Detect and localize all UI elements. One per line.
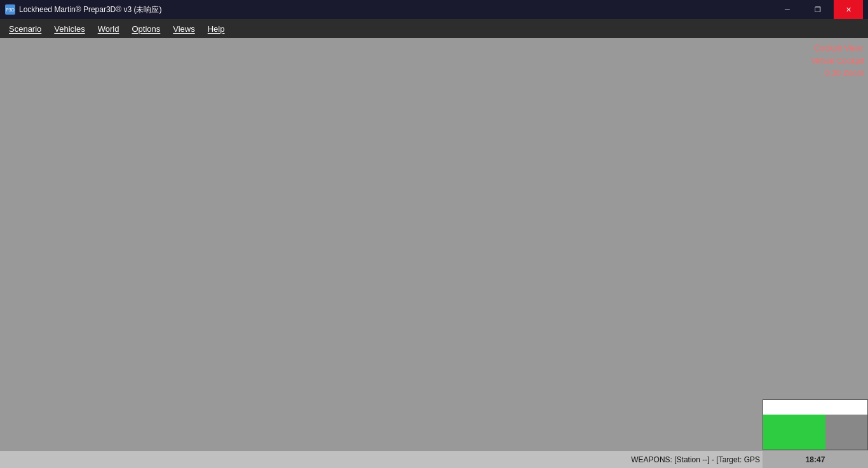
titlebar: P3D Lockheed Martin® Prepar3D® v3 (未响应) … bbox=[0, 0, 868, 19]
minimize-button[interactable]: ─ bbox=[773, 0, 802, 19]
menu-item-views[interactable]: Views bbox=[166, 22, 201, 36]
close-button[interactable]: ✕ bbox=[834, 0, 863, 19]
restore-button[interactable]: ❐ bbox=[803, 0, 832, 19]
app-icon: P3D bbox=[5, 4, 15, 15]
app-icon-label: P3D bbox=[6, 8, 15, 12]
overlay-line3: 0.30 Zoom bbox=[811, 67, 864, 79]
menu-item-scenario[interactable]: Scenario bbox=[3, 22, 48, 36]
time-display: 18:47 bbox=[806, 455, 825, 464]
minimap-terrain-green bbox=[763, 415, 827, 450]
overlay-info: Cockpit View: Virtual Cockpit 0.30 Zoom bbox=[811, 42, 864, 79]
titlebar-controls: ─ ❐ ✕ bbox=[773, 0, 863, 19]
menu-item-options[interactable]: Options bbox=[125, 22, 166, 36]
overlay-line1: Cockpit View: bbox=[811, 42, 864, 55]
menubar: Scenario Vehicles World Options Views He… bbox=[0, 19, 868, 38]
viewport: Cockpit View: Virtual Cockpit 0.30 Zoom bbox=[0, 38, 868, 450]
menu-item-help[interactable]: Help bbox=[201, 22, 231, 36]
overlay-line2: Virtual Cockpit bbox=[811, 55, 864, 67]
title-text: Lockheed Martin® Prepar3D® v3 (未响应) bbox=[19, 4, 161, 15]
titlebar-left: P3D Lockheed Martin® Prepar3D® v3 (未响应) bbox=[5, 4, 161, 15]
minimap bbox=[763, 399, 868, 450]
menu-item-vehicles[interactable]: Vehicles bbox=[48, 22, 91, 36]
weapons-status: WEAPONS: [Station --] - [Target: GPS bbox=[631, 455, 760, 464]
minimap-terrain-gray bbox=[825, 415, 867, 450]
statusbar-right-block: 18:47 bbox=[763, 451, 868, 469]
statusbar: WEAPONS: [Station --] - [Target: GPS 18:… bbox=[0, 450, 868, 468]
menu-item-world[interactable]: World bbox=[92, 22, 126, 36]
